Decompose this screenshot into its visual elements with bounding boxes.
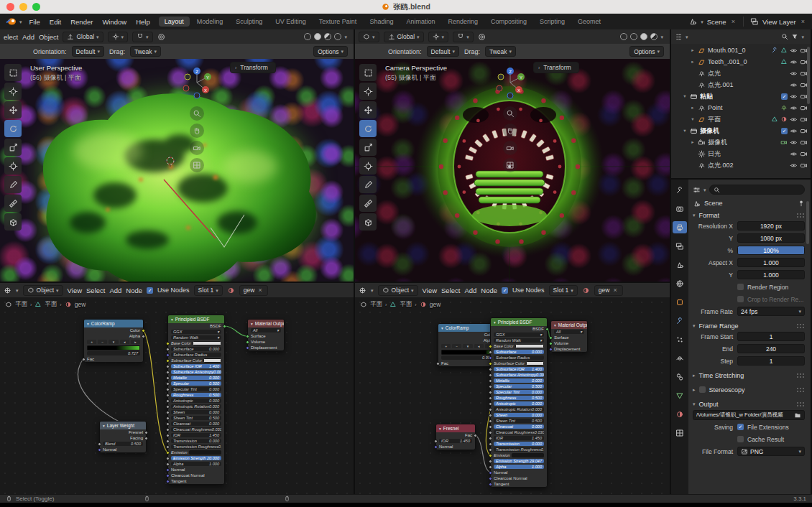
properties-scrollbar[interactable] [806, 201, 809, 244]
node-row-ctrl[interactable]: +−▾◂▸ [84, 339, 143, 345]
node-socket[interactable] [489, 414, 492, 417]
tab-animation[interactable]: Animation [400, 17, 440, 27]
cursor-tool-button[interactable] [359, 83, 377, 100]
material-preview-icon[interactable] [324, 33, 331, 40]
node-row-anisotropic-rotation[interactable]: Anisotropic Rotation0.000 [491, 406, 547, 412]
node-socket[interactable] [166, 405, 170, 409]
navigation-gizmo[interactable]: ZYX [492, 65, 529, 172]
node-row-all[interactable]: All▾ [551, 329, 587, 335]
rotate-tool-button[interactable] [4, 120, 22, 137]
node-socket[interactable] [223, 325, 226, 328]
grid-ortho-icon[interactable] [190, 158, 204, 172]
node-row-bsdf[interactable]: BSDF [491, 326, 547, 332]
cursor-tool-button[interactable] [4, 83, 22, 100]
rotate-tool-button[interactable] [359, 120, 377, 137]
node-socket[interactable] [489, 362, 492, 366]
node-row-displacement[interactable]: Displacement [551, 346, 587, 352]
node-row-ggx[interactable]: GGX▾ [491, 332, 547, 338]
axis-gizmo[interactable]: ZYX [492, 65, 529, 101]
solid-shading-icon[interactable] [630, 33, 637, 40]
tab-sculpting[interactable]: Sculpting [230, 17, 268, 27]
material-name-field[interactable]: gew× [594, 285, 623, 296]
value-field[interactable]: 1920 px [737, 221, 805, 231]
node-socket[interactable] [82, 358, 86, 361]
node-socket[interactable] [489, 345, 492, 348]
options-dropdown[interactable]: Options▾ [629, 46, 664, 57]
tab-modeling[interactable]: Modeling [191, 17, 229, 27]
node-row-anisotropic[interactable]: Anisotropic0.000 [491, 401, 547, 406]
tab-compositing[interactable]: Compositing [485, 17, 532, 27]
node-row-fresnel[interactable]: Fresnel [100, 429, 146, 435]
orientation-value-dropdown[interactable]: Default▾ [72, 46, 104, 57]
node-socket[interactable] [489, 437, 492, 440]
node-socket[interactable] [144, 431, 148, 434]
value-field[interactable]: 1080 px [737, 233, 805, 243]
menu-help[interactable]: Help [136, 18, 150, 26]
node-row-alpha[interactable]: Alpha [438, 338, 497, 343]
eye-icon[interactable] [790, 70, 798, 78]
node-row-clearcoat-normal[interactable]: Clearcoat Normal [491, 475, 547, 481]
node-row-ior[interactable]: IOR1.450 [168, 432, 224, 438]
checkbox[interactable]: ✓ [737, 424, 744, 430]
use-nodes-checkbox[interactable]: ✓ [147, 287, 153, 294]
node-socket[interactable] [166, 342, 170, 345]
eye-icon[interactable] [790, 47, 798, 55]
node-row-fac[interactable]: Fac [84, 356, 143, 362]
node-row-surface[interactable]: Surface [551, 335, 587, 340]
transform-orientation-dropdown[interactable]: Global▾ [384, 32, 424, 42]
camera-toggle-icon[interactable] [800, 162, 808, 169]
proportional-edit-icon[interactable] [478, 33, 486, 41]
axis-gizmo[interactable]: ZYX [178, 65, 216, 101]
search-icon[interactable] [781, 33, 788, 40]
node-row-metallic[interactable]: Metallic0.000 [168, 375, 224, 381]
node-row-normal[interactable]: Normal [491, 470, 547, 475]
drag-value-dropdown[interactable]: Tweak▾ [485, 46, 516, 57]
camera-toggle-icon[interactable] [800, 127, 808, 135]
node-socket[interactable] [489, 379, 492, 383]
outliner-item-item[interactable]: ▾摄像机✓ [671, 125, 811, 136]
node-socket[interactable] [489, 391, 492, 394]
properties-tab-object[interactable] [673, 296, 687, 308]
node-row-subsurface-anisotropy[interactable]: Subsurface Anisotropy0.000 [491, 372, 547, 378]
menu-select[interactable]: elect [4, 33, 18, 41]
node-row-sheen-tint[interactable]: Sheen Tint0.500 [168, 415, 224, 421]
eye-icon[interactable] [790, 81, 798, 89]
node-socket[interactable] [489, 419, 492, 423]
node-row-volume[interactable]: Volume [551, 340, 587, 346]
node-socket[interactable] [489, 442, 492, 446]
output-path-field[interactable]: /Volumes/请银职_w Folder/演员视频 [693, 410, 805, 420]
exclude-checkbox[interactable]: ✓ [781, 93, 788, 100]
node-principled-bsdf[interactable]: ▾Principled BSDFBSDFGGX▾Random Walk▾Base… [167, 315, 225, 485]
eye-icon[interactable] [790, 116, 798, 124]
node-row-emission-strength[interactable]: Emission Strength29.047 [491, 458, 547, 464]
outliner-item-item[interactable]: ▾粘贴✓ [671, 90, 811, 102]
menu-file[interactable]: File [29, 18, 40, 26]
outliner-item-item[interactable]: ▸摄像机 [671, 136, 811, 148]
tab-rendering[interactable]: Rendering [442, 17, 484, 27]
node-socket[interactable] [489, 385, 492, 389]
node-row-clearcoat-normal[interactable]: Clearcoat Normal [168, 473, 224, 478]
outliner-item-001[interactable]: 点光.001 [671, 79, 811, 90]
node-socket[interactable] [489, 350, 492, 354]
shader-center-canvas[interactable]: ▾ColorRampColorAlpha+−▾◂▸0.909Fac▾Princi… [355, 297, 670, 494]
panel-header-frame-range[interactable]: ▾Frame Range [693, 320, 805, 331]
node-row-base-color[interactable]: Base Color [491, 343, 547, 349]
node-row-displacement[interactable]: Displacement [248, 345, 284, 350]
node-row-volume[interactable]: Volume [248, 339, 284, 345]
snapping-dropdown[interactable]: ▾ [453, 32, 474, 42]
outliner-item-item[interactable]: 点光 [671, 68, 811, 79]
node-socket[interactable] [489, 425, 492, 429]
properties-tab-texture[interactable] [673, 427, 687, 439]
node-row-color[interactable]: Color [84, 327, 143, 333]
node-socket[interactable] [98, 442, 101, 446]
add-cube-tool-button[interactable] [4, 213, 22, 231]
pin-icon[interactable] [798, 200, 805, 207]
node-header[interactable]: ▾ColorRamp [438, 324, 497, 332]
node-row-anisotropic[interactable]: Anisotropic0.000 [168, 398, 224, 404]
properties-tab-modifiers[interactable] [673, 315, 687, 327]
pan-icon[interactable] [503, 124, 517, 138]
node-socket[interactable] [166, 439, 170, 443]
node-row-subsurface-anisotropy[interactable]: Subsurface Anisotropy0.000 [168, 369, 224, 375]
outliner-scrollbar[interactable] [807, 47, 810, 104]
node-row-subsurface-ior[interactable]: Subsurface IOR1.400 [491, 366, 547, 372]
